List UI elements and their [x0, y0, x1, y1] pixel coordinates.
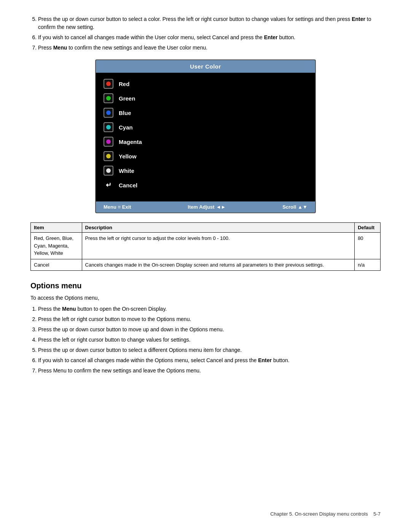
table-cell-item-1: Red, Green, Blue,Cyan, Magenta,Yellow, W…	[31, 233, 82, 259]
table-cell-item-2: Cancel	[31, 259, 82, 271]
options-menu-title: Options menu	[30, 281, 381, 290]
table-cell-default-1: 80	[355, 233, 381, 259]
table-cell-desc-1: Press the left or right cursor to adjust…	[82, 233, 355, 259]
osd-footer-exit: Menu = Exit	[104, 204, 131, 210]
osd-label-blue: Blue	[119, 110, 131, 116]
table-row: Red, Green, Blue,Cyan, Magenta,Yellow, W…	[31, 233, 381, 259]
osd-title: User Color	[96, 60, 315, 73]
options-step-5: Press the up or down cursor button to se…	[38, 346, 381, 354]
osd-icon-blue	[104, 108, 113, 118]
table-cell-default-2: n/a	[355, 259, 381, 271]
footer-chapter: Chapter 5. On-screen Display menu contro…	[270, 511, 368, 517]
options-step-7: Press Menu to confirm the new settings a…	[38, 367, 381, 375]
osd-label-green: Green	[119, 95, 135, 102]
options-step-3: Press the up or down cursor button to mo…	[38, 326, 381, 334]
osd-footer-scroll-arrows: ▲▼	[298, 204, 307, 210]
osd-footer-scroll-label: Scroll	[282, 204, 296, 210]
osd-screen-wrapper: User Color Red Green Blue	[30, 59, 381, 213]
osd-item-magenta: Magenta	[104, 134, 307, 149]
step-5: Press the up or down cursor button to se…	[38, 15, 381, 31]
osd-footer-adjust-label: Item Adjust	[188, 204, 214, 210]
osd-footer-adjust: Item Adjust ◄►	[188, 204, 226, 210]
table-header-default: Default	[355, 223, 381, 233]
osd-cancel-icon: ↵	[104, 180, 113, 190]
table-header-item: Item	[31, 223, 82, 233]
osd-icon-white	[104, 166, 113, 176]
options-menu-section: Options menu To access the Options menu,…	[30, 281, 381, 375]
step-6: If you wish to cancel all changes made w…	[38, 34, 381, 42]
osd-label-magenta: Magenta	[119, 139, 142, 145]
step-7: Press Menu to confirm the new settings a…	[38, 44, 381, 52]
osd-footer-exit-label: Menu = Exit	[104, 204, 131, 210]
footer-page: 5-7	[373, 511, 381, 517]
osd-icon-yellow	[104, 151, 113, 161]
osd-label-yellow: Yellow	[119, 153, 137, 160]
options-menu-steps: Press the Menu button to open the On-scr…	[38, 305, 381, 375]
osd-screen: User Color Red Green Blue	[95, 59, 316, 213]
intro-steps: Press the up or down cursor button to se…	[30, 15, 381, 52]
osd-icon-cyan	[104, 122, 113, 132]
osd-label-cancel: Cancel	[119, 182, 137, 189]
osd-icon-magenta	[104, 137, 113, 147]
options-step-1: Press the Menu button to open the On-scr…	[38, 305, 381, 313]
osd-item-green: Green	[104, 91, 307, 105]
options-step-4: Press the left or right cursor button to…	[38, 336, 381, 344]
osd-footer-scroll: Scroll ▲▼	[282, 204, 307, 210]
reference-table: Item Description Default Red, Green, Blu…	[30, 222, 381, 271]
table-cell-desc-2: Cancels changes made in the On-screen Di…	[82, 259, 355, 271]
osd-item-red: Red	[104, 77, 307, 91]
osd-item-blue: Blue	[104, 105, 307, 120]
table-row: Cancel Cancels changes made in the On-sc…	[31, 259, 381, 271]
osd-icon-green	[104, 93, 113, 103]
osd-footer: Menu = Exit Item Adjust ◄► Scroll ▲▼	[96, 201, 315, 212]
osd-item-cancel: ↵ Cancel	[104, 178, 307, 192]
osd-menu-items: Red Green Blue Cyan	[96, 73, 315, 201]
osd-item-yellow: Yellow	[104, 149, 307, 163]
table-header-description: Description	[82, 223, 355, 233]
osd-item-cyan: Cyan	[104, 120, 307, 134]
osd-icon-red	[104, 79, 113, 89]
options-menu-intro: To access the Options menu,	[30, 294, 381, 302]
page-footer: Chapter 5. On-screen Display menu contro…	[270, 511, 381, 517]
options-step-6: If you wish to cancel all changes made w…	[38, 356, 381, 364]
osd-item-white: White	[104, 163, 307, 178]
osd-label-red: Red	[119, 81, 129, 87]
osd-label-white: White	[119, 168, 134, 174]
options-step-2: Press the left or right cursor button to…	[38, 315, 381, 323]
osd-label-cyan: Cyan	[119, 124, 133, 131]
osd-footer-adjust-arrows: ◄►	[216, 204, 226, 210]
